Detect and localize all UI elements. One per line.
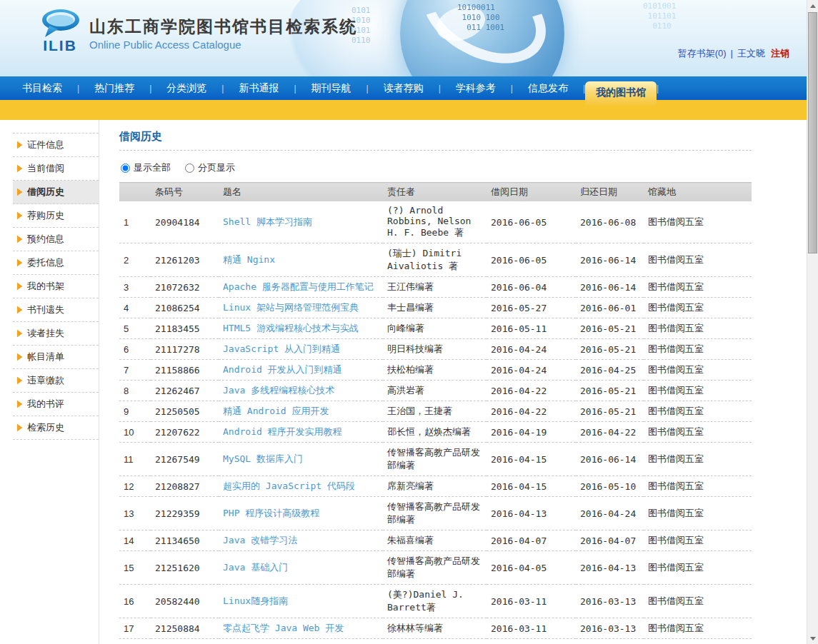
book-title-link[interactable]: Android 程序开发实用教程 <box>223 426 342 437</box>
cell-barcode: 21183455 <box>151 318 219 339</box>
book-title-link[interactable]: Java 基础入门 <box>223 562 288 573</box>
cell-title: 零点起飞学 Java Web 开发 <box>219 618 383 639</box>
cell-borrow-date: 2016-06-05 <box>487 243 576 277</box>
cell-barcode: 20582440 <box>151 585 219 618</box>
cell-author: (美?)Daniel J. Barrett著 <box>383 585 487 618</box>
nav-tab-3[interactable]: 分类浏览 <box>151 76 221 100</box>
book-title-link[interactable]: Java 改错学习法 <box>223 535 297 545</box>
sidebar-item-12[interactable]: 我的书评 <box>13 393 99 416</box>
arrow-right-icon <box>17 165 22 172</box>
sidebar-item-label: 预约信息 <box>27 233 64 246</box>
table-row: 521183455HTML5 游戏编程核心技术与实战向峰编著2016-05-11… <box>119 318 752 339</box>
nav-tab-6[interactable]: 读者荐购 <box>369 76 439 100</box>
sidebar-item-10[interactable]: 帐目清单 <box>13 346 99 369</box>
nav-tab-5[interactable]: 期刊导航 <box>296 76 366 100</box>
book-title-link[interactable]: 精通 Android 应用开发 <box>223 406 329 416</box>
cell-location: 图书借阅五室 <box>644 339 752 360</box>
cell-barcode: 20962993 <box>151 639 219 644</box>
radio-label: 显示全部 <box>134 161 171 174</box>
down-arrow-icon <box>810 637 816 640</box>
library-logo: ILIB <box>39 9 81 53</box>
vertical-scrollbar[interactable] <box>807 0 818 644</box>
book-title-link[interactable]: PHP 程序设计高级教程 <box>223 508 319 518</box>
sidebar-item-label: 借阅历史 <box>27 186 64 198</box>
cell-title: Shell 脚本学习指南 <box>219 201 383 243</box>
arrow-right-icon <box>17 306 22 313</box>
book-title-link[interactable]: Android 开发从入门到精通 <box>223 364 342 375</box>
cell-title: Android 开发从入门到精通 <box>219 360 383 381</box>
cell-row-number: 10 <box>119 422 151 443</box>
arrow-right-icon <box>17 188 22 196</box>
book-title-link[interactable]: HTML5 游戏编程核心技术与实战 <box>223 323 359 333</box>
temp-shelf-link[interactable]: 暂存书架(0) <box>678 48 727 59</box>
arrow-right-icon <box>17 236 22 243</box>
cell-barcode: 21208827 <box>151 476 219 497</box>
cell-barcode: 21134650 <box>151 530 219 551</box>
sidebar-item-8[interactable]: 书刊遗失 <box>13 298 99 322</box>
column-header-barcode: 条码号 <box>151 183 219 202</box>
cell-title: MySQL 数据库入门 <box>219 443 383 476</box>
nav-tab-2[interactable]: 热门推荐 <box>79 76 149 100</box>
binary-pattern-decoration: 0101001 101101 0110 <box>643 1 676 31</box>
cell-location: 图书借阅五室 <box>644 277 752 298</box>
cell-barcode: 21158866 <box>151 360 219 381</box>
display-mode-radio-2[interactable] <box>185 163 194 173</box>
nav-tab-9[interactable]: 我的图书馆 <box>585 81 657 106</box>
sidebar-item-9[interactable]: 读者挂失 <box>13 322 99 346</box>
sidebar-item-6[interactable]: 委托信息 <box>13 251 99 275</box>
book-title-link[interactable]: MySQL 数据库入门 <box>223 453 303 464</box>
book-title-link[interactable]: 超实用的 JavaScript 代码段 <box>223 481 355 491</box>
cell-row-number: 2 <box>119 243 151 277</box>
cell-author: 梁建全编著 <box>383 639 487 644</box>
logout-link[interactable]: 注销 <box>771 48 789 59</box>
sidebar-item-label: 委托信息 <box>27 256 64 269</box>
cell-location: 图书借阅五室 <box>644 422 752 443</box>
book-title-link[interactable]: Linux 架站与网络管理范例宝典 <box>223 302 359 313</box>
book-title-link[interactable]: 零点起飞学 Java Web 开发 <box>223 623 344 633</box>
sidebar-item-3[interactable]: 借阅历史 <box>13 181 99 204</box>
book-title-link[interactable]: Apache 服务器配置与使用工作笔记 <box>223 281 374 292</box>
book-title-link[interactable]: Linux随身指南 <box>223 595 288 606</box>
sidebar-item-5[interactable]: 预约信息 <box>13 228 99 251</box>
table-row: 621117278JavaScript 从入门到精通明日科技编著2016-04-… <box>119 339 752 360</box>
cell-author: 明日科技编著 <box>383 339 487 360</box>
cell-borrow-date: 2016-03-11 <box>487 585 576 618</box>
cell-return-date: 2016-03-13 <box>576 585 644 618</box>
scrollbar-up-button[interactable] <box>807 0 818 11</box>
arrow-right-icon <box>17 259 22 266</box>
book-title-link[interactable]: 精通 Nginx <box>223 254 275 265</box>
scrollbar-down-button[interactable] <box>807 633 818 644</box>
cell-barcode: 21262467 <box>151 381 219 401</box>
nav-tab-8[interactable]: 信息发布 <box>513 76 583 100</box>
username-link[interactable]: 王文晓 <box>737 48 765 59</box>
column-header-row-number <box>119 183 151 202</box>
table-row: 221261203精通 Nginx(瑞士) Dimitri Aivaliotis… <box>119 243 752 277</box>
nav-tab-1[interactable]: 书目检索 <box>7 76 77 100</box>
cell-location: 图书借阅五室 <box>644 381 752 401</box>
cell-row-number: 6 <box>119 339 151 360</box>
binary-pattern-decoration: 10100011 1010 100 011 1001 <box>457 3 504 33</box>
cell-location: 图书借阅五室 <box>644 298 752 318</box>
sidebar-item-label: 书刊遗失 <box>27 303 64 316</box>
cell-barcode: 21117278 <box>151 339 219 360</box>
column-header-title: 题名 <box>219 183 383 202</box>
cell-title: 精通 Android 应用开发 <box>219 401 383 422</box>
scrollbar-thumb[interactable] <box>808 12 817 253</box>
sidebar-item-1[interactable]: 证件信息 <box>13 133 99 157</box>
column-header-borrow-date: 借阅日期 <box>487 183 576 202</box>
cell-row-number: 11 <box>119 443 151 476</box>
sidebar-item-2[interactable]: 当前借阅 <box>13 157 99 181</box>
sidebar-item-13[interactable]: 检索历史 <box>13 416 99 440</box>
sidebar-item-4[interactable]: 荐购历史 <box>13 204 99 228</box>
cell-author: 传智播客高教产品研发部编著 <box>383 443 487 476</box>
sidebar-item-11[interactable]: 违章缴款 <box>13 369 99 393</box>
cell-borrow-date: 2016-04-22 <box>487 401 576 422</box>
display-mode-radio-1[interactable] <box>121 163 130 173</box>
nav-tab-7[interactable]: 学科参考 <box>441 76 511 100</box>
nav-tab-4[interactable]: 新书通报 <box>224 76 294 100</box>
sidebar-item-7[interactable]: 我的书架 <box>13 275 99 298</box>
cell-location: 图书借阅五室 <box>644 639 752 644</box>
book-title-link[interactable]: Java 多线程编程核心技术 <box>223 385 334 396</box>
book-title-link[interactable]: JavaScript 从入门到精通 <box>223 343 340 354</box>
book-title-link[interactable]: Shell 脚本学习指南 <box>223 216 312 227</box>
